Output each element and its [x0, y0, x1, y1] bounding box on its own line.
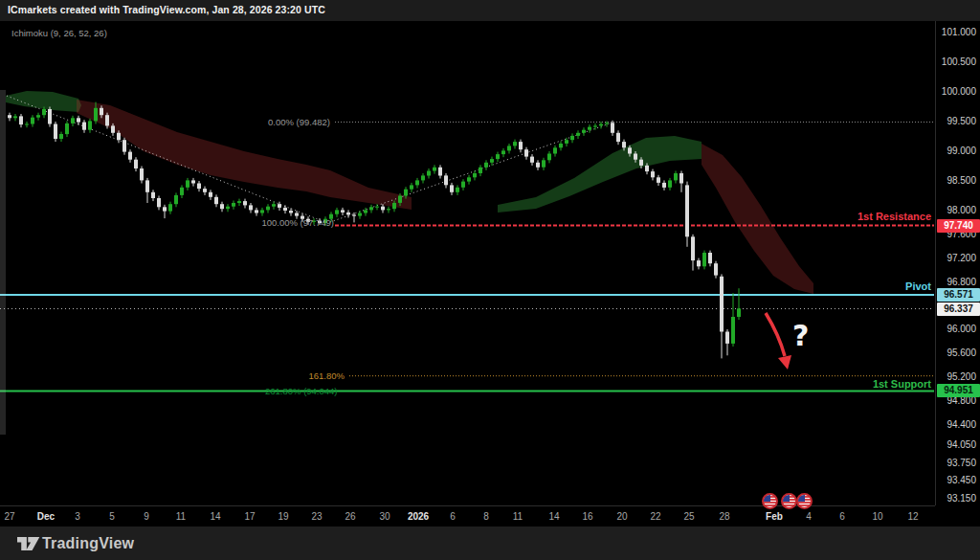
- time-axis-label: 20: [616, 511, 627, 522]
- price-axis-label: 94.400: [947, 419, 976, 430]
- time-axis-label: 19: [278, 511, 288, 522]
- time-axis-label: 6: [839, 511, 845, 522]
- last-price-badge: 96.337: [937, 302, 980, 316]
- price-axis-label: 97.200: [947, 253, 976, 263]
- fib-0-label: 0.00% (99.482): [268, 117, 330, 127]
- us-flag-event-icon[interactable]: [796, 493, 813, 509]
- time-axis-label: 26: [345, 511, 355, 522]
- time-axis-label: 23: [311, 511, 322, 522]
- caption-bar: ICmarkets created with TradingView.com, …: [0, 0, 980, 21]
- tradingview-logo-icon[interactable]: [17, 535, 40, 552]
- price-axis-label: 93.150: [947, 493, 976, 504]
- price-axis-label: 96.800: [947, 277, 976, 287]
- question-mark-annotation[interactable]: ?: [792, 319, 809, 352]
- candles-layer[interactable]: [8, 102, 741, 359]
- time-axis-label: 14: [210, 511, 220, 522]
- indicator-label[interactable]: Ichimoku (9, 26, 52, 26): [11, 28, 107, 38]
- time-axis-label: 27: [4, 511, 14, 522]
- ichimoku-cloud-layer: [6, 91, 813, 294]
- price-axis-label: 93.750: [947, 458, 976, 468]
- fib-261-label: 261.80% (94.044): [265, 386, 338, 396]
- fib-100-label: 100.00% (97.749): [261, 217, 334, 228]
- price-axis-label: 95.200: [947, 371, 976, 382]
- us-flag-event-icon[interactable]: [781, 493, 797, 509]
- time-axis-label: 25: [683, 511, 694, 522]
- time-axis-label: 17: [244, 511, 255, 522]
- price-axis-label: 94.050: [947, 439, 976, 450]
- time-axis[interactable]: 27Dec35911141719232630202668111416202225…: [0, 505, 935, 527]
- support-label: 1st Support: [873, 378, 931, 390]
- time-axis-label: 9: [144, 511, 149, 522]
- price-axis[interactable]: 101.000100.500100.00099.50099.00098.5009…: [935, 21, 980, 505]
- footer-bar: TradingView: [0, 526, 980, 560]
- candlestick-chart[interactable]: [0, 21, 935, 505]
- time-axis-label: 30: [379, 511, 390, 522]
- price-axis-label: 101.000: [942, 27, 976, 37]
- price-axis-label: 93.450: [947, 475, 976, 485]
- time-axis-label: 10: [872, 511, 882, 522]
- resistance-price-badge: 97.740: [937, 219, 980, 233]
- support-price-badge: 94.951: [937, 384, 980, 397]
- pivot-label: Pivot: [905, 280, 931, 292]
- time-axis-label: 12: [907, 511, 918, 522]
- tradingview-brand-text[interactable]: TradingView: [42, 535, 134, 552]
- chart-pane[interactable]: Ichimoku (9, 26, 52, 26) 0.00% (99.482)1…: [0, 21, 935, 505]
- resistance-label: 1st Resistance: [858, 211, 931, 222]
- time-axis-label: 16: [582, 511, 592, 522]
- tradingview-chart-window: ICmarkets created with TradingView.com, …: [0, 0, 980, 560]
- pivot-price-badge: 96.571: [937, 288, 980, 302]
- time-axis-label: 22: [650, 511, 660, 522]
- price-axis-label: 99.000: [947, 146, 976, 156]
- caption-text: ICmarkets created with TradingView.com, …: [8, 4, 325, 15]
- price-axis-label: 100.000: [942, 86, 976, 97]
- left-edge-artifact: [0, 90, 6, 435]
- time-axis-label: Feb: [766, 511, 783, 522]
- time-axis-label: 11: [176, 511, 186, 522]
- price-axis-label: 100.500: [942, 56, 976, 67]
- price-axis-label: 96.000: [947, 324, 976, 334]
- time-axis-label: 11: [513, 511, 523, 522]
- time-axis-label: 2026: [408, 511, 429, 522]
- fib-161-label: 161.80%: [308, 370, 345, 381]
- time-axis-label: 4: [806, 511, 812, 522]
- price-axis-label: 98.500: [947, 175, 976, 186]
- time-axis-label: 3: [75, 511, 80, 522]
- time-axis-label: 28: [719, 511, 729, 522]
- time-axis-label: Dec: [37, 511, 55, 522]
- arrow-annotation[interactable]: [766, 313, 791, 370]
- price-axis-label: 99.500: [947, 116, 976, 126]
- us-flag-event-icon[interactable]: [762, 493, 778, 509]
- time-axis-label: 5: [109, 511, 115, 522]
- time-axis-label: 8: [483, 511, 489, 522]
- time-axis-label: 6: [450, 511, 456, 522]
- price-axis-label: 98.000: [947, 205, 976, 215]
- price-axis-label: 95.600: [947, 347, 976, 358]
- time-axis-label: 14: [548, 511, 559, 522]
